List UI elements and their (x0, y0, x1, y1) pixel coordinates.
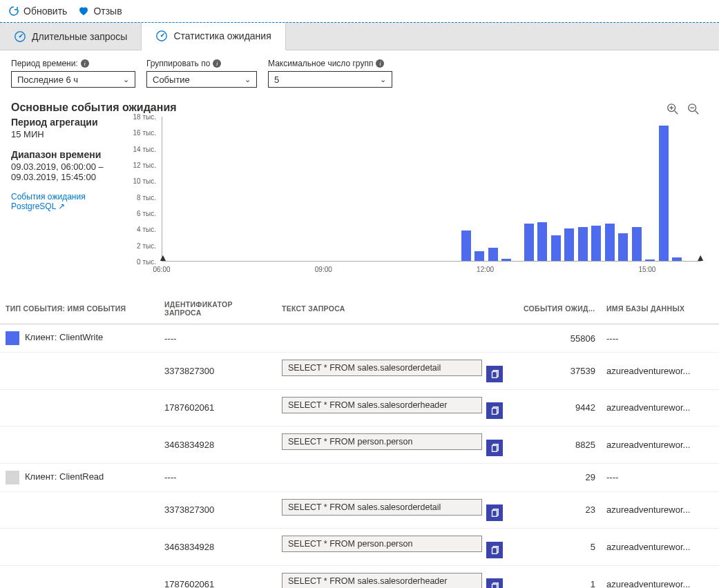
query-text-box[interactable]: SELECT * FROM sales.salesorderdetail (282, 499, 482, 516)
copy-button[interactable] (486, 578, 503, 588)
svg-line-9 (696, 111, 699, 115)
table-group-row[interactable]: Клиент: ClientWrite ---- 55806 ---- (0, 324, 719, 353)
gauge-icon (155, 30, 168, 42)
tab-wait-stats[interactable]: Статистика ожидания (142, 23, 285, 50)
refresh-button[interactable]: Обновить (8, 6, 67, 17)
query-text-box[interactable]: SELECT * FROM sales.salesorderdetail (282, 360, 482, 376)
sidebar: Период агрегации 15 МИН Диапазон времени… (11, 117, 122, 275)
time-range-value: 09.03.2019, 06:00:00 – 09.03.2019, 15:45… (11, 161, 122, 182)
chart-bar[interactable] (605, 224, 615, 261)
query-text-box[interactable]: SELECT * FROM sales.salesorderheader (282, 397, 482, 413)
table-row[interactable]: 1787602061 SELECT * FROM sales.salesorde… (0, 565, 719, 588)
svg-point-3 (161, 35, 163, 37)
chart-bar[interactable] (501, 259, 511, 262)
query-id-cell: 3373827300 (159, 353, 276, 390)
th-wait-events[interactable]: СОБЫТИЯ ОЖИД... (518, 293, 601, 324)
filter-max-groups-label: Максимальное число групп (268, 59, 373, 68)
svg-rect-11 (492, 371, 497, 378)
chart-bar[interactable] (474, 251, 484, 261)
table-row[interactable]: 1787602061 SELECT * FROM sales.salesorde… (0, 389, 719, 427)
chart-bar[interactable] (645, 259, 655, 261)
chart-bar[interactable] (618, 233, 628, 261)
copy-button[interactable] (486, 366, 503, 382)
y-tick-label: 10 тыс. (133, 177, 156, 185)
filter-group-label: Группировать по (146, 59, 210, 68)
info-icon[interactable]: i (213, 59, 221, 68)
copy-button[interactable] (486, 504, 503, 521)
query-text-box[interactable]: SELECT * FROM person.person (282, 536, 482, 552)
chart-bar[interactable] (659, 126, 669, 261)
chart-bar[interactable] (551, 235, 561, 261)
chart-bar[interactable] (537, 222, 547, 261)
zoom-in-button[interactable] (667, 103, 679, 117)
filter-group-by: Группировать по i Событие⌄ (146, 59, 257, 88)
chart-bar[interactable] (461, 231, 471, 261)
info-icon[interactable]: i (376, 59, 384, 68)
copy-button[interactable] (486, 440, 503, 456)
query-id-cell: 1787602061 (159, 565, 276, 588)
query-id-cell: ---- (159, 463, 276, 491)
aggregation-period-label: Период агрегации (11, 117, 122, 128)
max-groups-select[interactable]: 5⌄ (268, 71, 392, 88)
query-id-cell: 3463834928 (159, 427, 276, 464)
filter-period-label: Период времени: (11, 59, 78, 68)
chevron-down-icon: ⌄ (123, 75, 129, 84)
query-id-cell: ---- (159, 324, 276, 353)
heart-icon (78, 6, 89, 17)
th-query-text[interactable]: ТЕКСТ ЗАПРОСА (276, 293, 518, 324)
info-icon[interactable]: i (81, 59, 89, 68)
table-row[interactable]: 3463834928 SELECT * FROM person.person 5… (0, 529, 719, 566)
chart-bar[interactable] (632, 227, 642, 261)
query-id-cell: 3373827300 (159, 491, 276, 529)
copy-button[interactable] (486, 542, 503, 558)
events-count-cell: 55806 (518, 324, 601, 353)
table-row[interactable]: 3463834928 SELECT * FROM person.person 8… (0, 427, 719, 464)
db-name-cell: ---- (601, 324, 719, 353)
postgresql-wait-events-link[interactable]: События ожидания PostgreSQL ↗ (11, 192, 122, 211)
color-swatch (6, 471, 19, 484)
db-name-cell: azureadventurewor... (601, 529, 719, 566)
query-text-box[interactable]: SELECT * FROM person.person (282, 433, 482, 450)
table-group-row[interactable]: Клиент: ClientRead ---- 29 ---- (0, 463, 719, 491)
query-text-box[interactable]: SELECT * FROM sales.salesorderheader (282, 573, 482, 588)
period-select[interactable]: Последние 6 ч⌄ (11, 71, 135, 88)
x-tick-label: 06:00 (153, 266, 170, 273)
y-tick-label: 14 тыс. (133, 145, 156, 153)
chart-bar[interactable] (488, 248, 498, 261)
filters: Период времени: i Последние 6 ч⌄ Группир… (0, 50, 719, 96)
y-tick-label: 16 тыс. (133, 129, 156, 137)
time-range-label: Диапазон времени (11, 149, 122, 160)
th-db-name[interactable]: ИМЯ БАЗЫ ДАННЫХ (601, 293, 719, 324)
tab-wait-stats-label: Статистика ожидания (173, 30, 271, 41)
events-count-cell: 23 (518, 491, 601, 529)
th-query-id[interactable]: ИДЕНТИФИКАТОР ЗАПРОСА (159, 293, 276, 324)
range-handle-right[interactable]: ▲ (696, 252, 705, 263)
group-select[interactable]: Событие⌄ (146, 71, 257, 88)
copy-icon (490, 508, 499, 518)
chart-bar[interactable] (524, 224, 534, 261)
event-name: Клиент: ClientRead (25, 471, 104, 482)
filter-max-groups: Максимальное число групп i 5⌄ (268, 59, 392, 88)
chart-bar[interactable] (591, 226, 601, 261)
chevron-down-icon: ⌄ (245, 75, 251, 84)
wait-events-table: ТИП СОБЫТИЯ: ИМЯ СОБЫТИЯ ИДЕНТИФИКАТОР З… (0, 293, 719, 588)
y-tick-label: 6 тыс. (137, 210, 156, 217)
db-name-cell: azureadventurewor... (601, 389, 719, 427)
y-tick-label: 8 тыс. (137, 193, 156, 201)
chart-bar[interactable] (672, 257, 682, 261)
range-handle-left[interactable]: ▲ (158, 252, 168, 263)
tab-long-queries[interactable]: Длительные запросы (0, 23, 142, 50)
copy-icon (490, 369, 499, 379)
chart-bar[interactable] (578, 227, 588, 261)
zoom-out-button[interactable] (687, 103, 700, 117)
svg-rect-12 (492, 409, 497, 415)
table-row[interactable]: 3373827300 SELECT * FROM sales.salesorde… (0, 491, 719, 529)
wait-events-chart[interactable]: 0 тыс.2 тыс.4 тыс.6 тыс.8 тыс.10 тыс.12 … (133, 117, 708, 275)
db-name-cell: azureadventurewor... (601, 427, 719, 464)
th-event-type[interactable]: ТИП СОБЫТИЯ: ИМЯ СОБЫТИЯ (0, 293, 159, 324)
feedback-button[interactable]: Отзыв (78, 6, 122, 17)
copy-button[interactable] (486, 402, 503, 419)
table-row[interactable]: 3373827300 SELECT * FROM sales.salesorde… (0, 353, 719, 390)
y-tick-label: 0 тыс. (137, 258, 156, 266)
chart-bar[interactable] (564, 228, 574, 261)
